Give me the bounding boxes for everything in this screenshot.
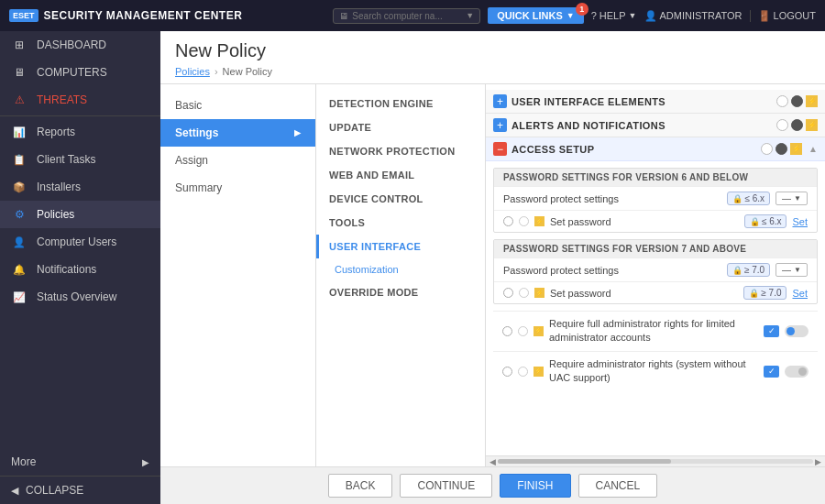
scroll-left-icon[interactable]: ◀ xyxy=(490,457,496,466)
policy-nav: Basic Settings ▶ Assign Summary xyxy=(160,84,316,466)
bolt-btn[interactable]: ⚡ xyxy=(790,143,802,155)
mid-item-tools[interactable]: TOOLS xyxy=(316,211,485,235)
sidebar-item-installers[interactable]: 📦 Installers xyxy=(0,173,160,201)
sidebar-item-computer-users[interactable]: 👤 Computer Users xyxy=(0,228,160,256)
sidebar-collapse[interactable]: ◀ COLLAPSE xyxy=(0,476,160,504)
require-uac-toggle-slider[interactable] xyxy=(785,366,808,378)
logout-btn[interactable]: 🚪 LOGOUT xyxy=(750,10,816,22)
radio-btn-2[interactable] xyxy=(791,119,803,131)
require-uac-toggle-box[interactable]: ✓ xyxy=(764,366,779,378)
lock-icon: 🔒 xyxy=(732,266,742,275)
quick-links-btn[interactable]: QUICK LINKS 1 ▼ xyxy=(488,7,583,24)
require-uac-radio-1[interactable] xyxy=(502,367,512,377)
pw-radio-v7-1[interactable] xyxy=(503,288,513,298)
sidebar-item-label: Reports xyxy=(37,126,75,138)
require-admin-radio-1[interactable] xyxy=(502,326,512,336)
bolt-btn[interactable]: ⚡ xyxy=(806,95,818,107)
logo: ESET SECURITY MANAGEMENT CENTER xyxy=(9,9,242,22)
sidebar-item-client-tasks[interactable]: 📋 Client Tasks xyxy=(0,146,160,173)
sidebar-item-policies[interactable]: ⚙ Policies xyxy=(0,201,160,228)
pw-bolt-v6[interactable]: ⚡ xyxy=(534,216,544,226)
mid-item-web-and-email[interactable]: WEB AND EMAIL xyxy=(316,163,485,187)
bolt-btn[interactable]: ⚡ xyxy=(806,119,818,131)
section-controls: ⚡ xyxy=(761,143,802,155)
pw-set-label-v7: Set password xyxy=(550,288,738,299)
mid-item-device-control[interactable]: DEVICE CONTROL xyxy=(316,187,485,211)
pw-bolt-v7[interactable]: ⚡ xyxy=(534,288,544,298)
cancel-button[interactable]: CANCEL xyxy=(578,474,658,498)
finish-button[interactable]: FINISH xyxy=(500,474,570,498)
require-uac-ctrl[interactable] xyxy=(518,367,528,377)
admin-btn[interactable]: 👤 ADMINISTRATOR xyxy=(644,10,742,22)
dropdown-icon: ▼ xyxy=(794,194,801,203)
mid-item-update[interactable]: UPDATE xyxy=(316,115,485,139)
sidebar-item-notifications[interactable]: 🔔 Notifications xyxy=(0,256,160,283)
sidebar-item-label: Computer Users xyxy=(37,236,116,248)
scrollbar-track[interactable] xyxy=(498,459,813,464)
pw-dropdown-v6[interactable]: — ▼ xyxy=(776,192,808,205)
logo-box: ESET xyxy=(9,9,38,22)
check-icon: ✓ xyxy=(768,326,776,335)
sidebar-item-dashboard[interactable]: ⊞ DASHBOARD xyxy=(0,31,160,59)
sidebar-item-reports[interactable]: 📊 Reports xyxy=(0,118,160,146)
client-tasks-icon: 📋 xyxy=(11,154,28,166)
policy-nav-item-assign[interactable]: Assign xyxy=(160,147,315,174)
back-button[interactable]: BACK xyxy=(328,474,393,498)
require-admin-toggle-box[interactable]: ✓ xyxy=(764,325,779,337)
breadcrumb-policies[interactable]: Policies xyxy=(175,66,210,77)
more-chevron-icon: ▶ xyxy=(142,457,149,467)
policy-nav-item-settings[interactable]: Settings ▶ xyxy=(160,119,315,147)
section-title-ui-elements: USER INTERFACE ELEMENTS xyxy=(512,96,772,107)
radio-btn-2[interactable] xyxy=(776,143,787,155)
policy-nav-item-basic[interactable]: Basic xyxy=(160,92,315,119)
scroll-right-icon[interactable]: ▶ xyxy=(815,457,821,466)
radio-btn-1[interactable] xyxy=(776,95,788,107)
require-admin-ctrl[interactable] xyxy=(518,326,528,336)
dashboard-icon: ⊞ xyxy=(11,38,28,51)
page-title: New Policy xyxy=(175,40,810,61)
right-panel-content: + USER INTERFACE ELEMENTS ⚡ + xyxy=(486,84,825,455)
require-admin-row: ⚡ Require full administrator rights for … xyxy=(493,311,818,351)
mid-item-override-mode[interactable]: OVERRIDE MODE xyxy=(316,280,485,304)
breadcrumb: Policies › New Policy xyxy=(175,66,810,83)
mid-item-detection-engine[interactable]: DETECTION ENGINE xyxy=(316,92,485,115)
sidebar-more[interactable]: More ▶ xyxy=(0,448,160,476)
section-up-arrow-icon[interactable]: ▲ xyxy=(808,144,818,154)
dropdown-icon[interactable]: ▼ xyxy=(466,11,474,20)
section-alerts-notifications: + ALERTS AND NOTIFICATIONS ⚡ xyxy=(486,114,825,137)
status-overview-icon: 📈 xyxy=(11,291,28,303)
help-btn[interactable]: ? HELP ▼ xyxy=(591,10,637,21)
pw-radio-v6-1[interactable] xyxy=(503,216,513,226)
radio-btn-1[interactable] xyxy=(776,119,788,131)
pw-ctrl-v6[interactable] xyxy=(519,216,529,226)
require-admin-toggle-slider[interactable] xyxy=(785,325,808,337)
pw-dropdown-v7[interactable]: — ▼ xyxy=(776,263,808,277)
pw-set-link-v6[interactable]: Set xyxy=(792,216,808,227)
radio-btn-2[interactable] xyxy=(791,95,803,107)
radio-btn-1[interactable] xyxy=(761,143,773,155)
pw-tag-set-v7: 🔒 ≥ 7.0 xyxy=(743,286,786,300)
pw-set-link-v7[interactable]: Set xyxy=(792,288,808,299)
sidebar-item-status-overview[interactable]: 📈 Status Overview xyxy=(0,283,160,311)
section-expand-btn[interactable]: + xyxy=(493,94,507,108)
require-uac-bolt[interactable]: ⚡ xyxy=(534,367,544,377)
notifications-icon: 🔔 xyxy=(11,264,28,276)
sidebar-item-computers[interactable]: 🖥 COMPUTERS xyxy=(0,59,160,86)
section-collapse-btn[interactable]: − xyxy=(493,142,507,156)
search-input[interactable] xyxy=(352,11,462,21)
policy-nav-item-summary[interactable]: Summary xyxy=(160,174,315,202)
continue-button[interactable]: CONTINUE xyxy=(400,474,492,498)
quick-links-badge: 1 xyxy=(576,3,588,16)
require-admin-bolt[interactable]: ⚡ xyxy=(534,326,544,336)
section-header-access: − ACCESS SETUP ⚡ ▲ xyxy=(486,137,825,161)
monitor-icon: 🖥 xyxy=(339,11,348,21)
mid-item-network-protection[interactable]: NETWORK PROTECTION xyxy=(316,139,485,163)
sidebar-divider xyxy=(0,115,160,116)
section-expand-btn[interactable]: + xyxy=(493,118,507,132)
mid-item-customization[interactable]: Customization xyxy=(316,258,485,280)
sidebar-item-threats[interactable]: ⚠ THREATS xyxy=(0,86,160,114)
check-icon: ✓ xyxy=(768,367,776,376)
mid-item-user-interface[interactable]: USER INTERFACE xyxy=(316,235,485,258)
section-header-ui-elements: + USER INTERFACE ELEMENTS ⚡ xyxy=(486,90,825,114)
pw-ctrl-v7[interactable] xyxy=(519,288,529,298)
